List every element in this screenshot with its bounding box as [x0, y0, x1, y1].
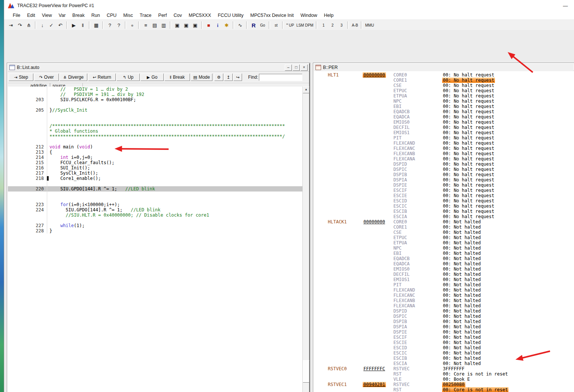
source-line[interactable]	[8, 102, 303, 108]
per-row-hltack1-flexcanc[interactable]: FLEXCANC00: Not halted	[314, 293, 574, 298]
field-value[interactable]: 00: Not halted	[442, 340, 574, 345]
help-button[interactable]: ?	[105, 21, 114, 30]
per-row-hlt1-escie[interactable]: ESCIE00: No halt request	[314, 193, 574, 198]
field-value[interactable]: 00: Not halted	[442, 251, 574, 256]
field-value[interactable]: 00: Not halted	[442, 350, 574, 356]
step-button[interactable]: ⇥	[6, 21, 15, 30]
per-row-hlt1-pit[interactable]: PIT00: No halt request	[314, 135, 574, 141]
field-value[interactable]: 00: Not halted	[442, 335, 574, 340]
system-info-button[interactable]: i	[213, 21, 222, 30]
per-row-hltack1-dspib[interactable]: DSPIB00: Not halted	[314, 319, 574, 324]
field-value[interactable]: 00: No halt request	[442, 114, 574, 120]
menu-cpu[interactable]: CPU	[103, 12, 120, 19]
a-b-button[interactable]: A-B	[350, 21, 359, 30]
minimize-button[interactable]: —	[560, 3, 571, 9]
field-value[interactable]: 00: No halt request	[442, 198, 574, 203]
register-value[interactable]: 00000000	[363, 219, 393, 224]
per-row-hlt1-decfil[interactable]: DECFIL00: No halt request	[314, 125, 574, 130]
per-row-hltack1-flexcanb[interactable]: FLEXCANB00: Not halted	[314, 298, 574, 303]
chip-view-button[interactable]: ▣	[173, 21, 182, 30]
per-row-hltack1-dspic[interactable]: DSPIC00: Not halted	[314, 314, 574, 319]
source-line-214[interactable]: 214 int i=0,j=0;	[8, 155, 303, 160]
source-line[interactable]	[8, 118, 303, 123]
field-value[interactable]: 00: Not halted	[442, 356, 574, 361]
menu-mpc5xxx[interactable]: MPC5XXX	[185, 12, 214, 19]
field-value[interactable]: 00: No halt request	[442, 93, 574, 99]
per-row-hlt1-eqadcb[interactable]: EQADCB00: No halt request	[314, 109, 574, 114]
list-window-titlebar[interactable]: B::List.auto – □ ×	[8, 64, 309, 72]
field-value[interactable]: 00: Not halted	[442, 287, 574, 293]
register-value-text[interactable]: 00940201	[363, 382, 386, 387]
source-line[interactable]	[8, 197, 303, 202]
menu-view[interactable]: View	[39, 12, 55, 19]
diverge-button[interactable]: ⋔Diverge	[60, 73, 87, 81]
source-line-228[interactable]: 228}	[8, 228, 303, 233]
source-line-218[interactable]: 218 Core1_enable();	[8, 176, 303, 181]
menu-break[interactable]: Break	[69, 12, 88, 19]
field-value[interactable]: 00: Not halted	[442, 361, 574, 366]
menu-fccu-utility[interactable]: FCCU Utility	[214, 12, 247, 19]
source-line[interactable]: //SIU.HLT.R = 0x40000000; // Disable clo…	[8, 212, 303, 218]
per-row-hlt1-etpua[interactable]: ETPUA00: No halt request	[314, 93, 574, 99]
per-row-hlt1-flexcana[interactable]: FLEXCANA00: No halt request	[314, 156, 574, 162]
per-row-hlt1-core0[interactable]: HLT100000000CORE000: No halt request	[314, 72, 574, 78]
field-value[interactable]: 00: No halt request	[442, 177, 574, 183]
step-button[interactable]: ⇥Step	[9, 73, 33, 81]
per-row-hlt1-dspia[interactable]: DSPIA00: No halt request	[314, 177, 574, 183]
source-line-203[interactable]: 203 SIU.PSCLKCFG.R = 0x000100BF;	[8, 97, 303, 102]
per-row-hltack1-escie[interactable]: ESCIE00: Not halted	[314, 340, 574, 345]
per-window-titlebar[interactable]: B::PER ×	[314, 64, 574, 72]
field-value[interactable]: 00: Not halted	[442, 314, 574, 319]
mmu-button[interactable]: MMU	[364, 21, 375, 30]
field-value[interactable]: 00: Not halted	[442, 298, 574, 303]
per-row-hltack1-escif[interactable]: ESCIF00: Not halted	[314, 335, 574, 340]
field-value[interactable]: 00: No halt request	[442, 120, 574, 125]
window-1-button[interactable]: 1	[319, 21, 328, 30]
source-line[interactable]	[8, 181, 303, 186]
field-value[interactable]: 00: Not halted	[442, 282, 574, 287]
per-row-hltack1-escib[interactable]: ESCIB00: Not halted	[314, 356, 574, 361]
per-row-hltack1-ebi[interactable]: EBI00: Not halted	[314, 251, 574, 256]
per-row-hltack1-dspia[interactable]: DSPIA00: Not halted	[314, 324, 574, 329]
field-value[interactable]: 00: No halt request	[442, 183, 574, 188]
menu-misc[interactable]: Misc	[120, 12, 136, 19]
per-row-hlt1-escib[interactable]: ESCIB00: No halt request	[314, 209, 574, 214]
field-value[interactable]: 00: No halt request	[442, 135, 574, 141]
per-row-hltack1-decfil[interactable]: DECFIL00: Not halted	[314, 272, 574, 277]
source-line[interactable]	[8, 113, 303, 118]
field-value[interactable]: 00: No halt request	[442, 214, 574, 219]
per-row-hlt1-ebi[interactable]: EBI00: No halt request	[314, 104, 574, 109]
field-value[interactable]: 00: No halt request	[442, 146, 574, 151]
per-row-hlt1-eqadca[interactable]: EQADCA00: No halt request	[314, 114, 574, 120]
vertical-scrollbar[interactable]: ▲ ▼	[302, 87, 309, 392]
field-value[interactable]: 00: Not halted	[442, 256, 574, 261]
setup-button[interactable]: ⚙	[214, 73, 223, 81]
go-button[interactable]: ▶	[69, 21, 78, 30]
source-line-215[interactable]: 215 FCCU_clear_faults();	[8, 160, 303, 165]
stack-button[interactable]: st	[272, 21, 281, 30]
per-row-hlt1-core1[interactable]: CORE100: No halt request	[314, 78, 574, 83]
menu-var[interactable]: Var	[55, 12, 69, 19]
field-value[interactable]: 00: No halt request	[442, 167, 574, 172]
chip-io-button[interactable]: ▣	[191, 21, 200, 30]
field-value[interactable]: 00: Book E	[442, 377, 574, 382]
source-line[interactable]: * Global functions	[8, 129, 303, 134]
source-line-216[interactable]: 216 SUI_Init();	[8, 165, 303, 171]
step-diverge-button[interactable]: ⋔	[24, 21, 33, 30]
forward-button[interactable]: ↪	[233, 73, 242, 81]
go-return-button[interactable]: ↶	[56, 21, 65, 30]
field-value[interactable]: 00: No halt request	[442, 109, 574, 114]
go-button[interactable]: ▶Go	[141, 73, 164, 81]
menu-perf[interactable]: Perf	[155, 12, 170, 19]
source-line-212[interactable]: 212void main (void)	[8, 144, 303, 150]
scrollbar-thumb[interactable]	[303, 360, 309, 383]
window-2-button[interactable]: 2	[328, 21, 337, 30]
chip-config-button[interactable]: ▣	[182, 21, 191, 30]
per-row-hltack1-pit[interactable]: PIT00: Not halted	[314, 282, 574, 287]
per-row-hlt1-escic[interactable]: ESCIC00: No halt request	[314, 203, 574, 209]
per-row-hlt1-cse[interactable]: CSE00: No halt request	[314, 83, 574, 88]
source-line[interactable]	[8, 192, 303, 197]
per-row-hlt1-escia[interactable]: ESCIA00: No halt request	[314, 214, 574, 219]
window-close-button[interactable]: ×	[300, 64, 308, 71]
field-value[interactable]: 00250080	[442, 382, 574, 387]
